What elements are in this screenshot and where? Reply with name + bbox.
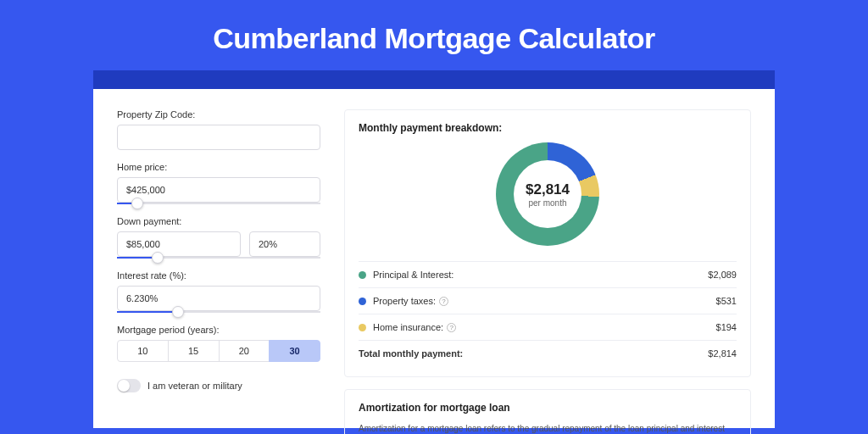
zip-input[interactable]	[117, 125, 320, 150]
donut-sub: per month	[528, 198, 566, 208]
breakdown-panel: Monthly payment breakdown: $2,814 per mo…	[344, 109, 751, 428]
down-payment-field: Down payment:	[117, 216, 320, 259]
zip-field: Property Zip Code:	[117, 109, 320, 150]
legend-property-taxes: Property taxes: ? $531	[359, 287, 737, 314]
home-price-field: Home price:	[117, 162, 320, 204]
amortization-card: Amortization for mortgage loan Amortizat…	[344, 389, 751, 434]
legend-principal-interest: Principal & Interest: $2,089	[359, 261, 737, 287]
interest-input[interactable]	[117, 286, 320, 311]
period-15-button[interactable]: 15	[168, 340, 220, 362]
legend-label: Principal & Interest:	[373, 270, 453, 280]
page-title: Cumberland Mortgage Calculator	[0, 0, 868, 70]
legend-value: $2,089	[708, 270, 737, 280]
legend-label: Property taxes:	[373, 296, 436, 306]
period-20-button[interactable]: 20	[219, 340, 270, 362]
period-30-button[interactable]: 30	[269, 340, 320, 362]
veteran-label: I am veteran or military	[147, 381, 242, 391]
legend-value: $194	[716, 322, 737, 332]
toggle-knob-icon	[118, 380, 130, 392]
home-price-slider[interactable]	[117, 203, 320, 204]
legend-total-label: Total monthly payment:	[359, 348, 463, 359]
legend-total-value: $2,814	[708, 348, 737, 359]
interest-label: Interest rate (%):	[117, 270, 320, 281]
period-field: Mortgage period (years): 10 15 20 30	[117, 325, 320, 362]
interest-field: Interest rate (%):	[117, 270, 320, 313]
hero-band: Property Zip Code: Home price: Down paym…	[93, 70, 775, 426]
donut-icon: $2,814 per month	[496, 142, 599, 246]
slider-thumb-icon[interactable]	[152, 252, 164, 264]
donut-chart: $2,814 per month	[359, 142, 737, 246]
dot-icon	[359, 271, 366, 279]
home-price-label: Home price:	[117, 162, 320, 172]
legend-label: Home insurance:	[373, 322, 443, 332]
legend-home-insurance: Home insurance: ? $194	[359, 314, 737, 340]
period-10-button[interactable]: 10	[117, 340, 169, 362]
donut-amount: $2,814	[526, 181, 570, 198]
amort-text: Amortization for a mortgage loan refers …	[359, 422, 737, 434]
home-price-input[interactable]	[117, 177, 320, 203]
down-payment-input[interactable]	[117, 231, 241, 257]
info-icon[interactable]: ?	[439, 297, 448, 306]
down-payment-slider[interactable]	[117, 257, 320, 259]
amort-title: Amortization for mortgage loan	[359, 402, 737, 414]
veteran-toggle[interactable]	[117, 379, 141, 392]
veteran-row: I am veteran or military	[117, 379, 320, 392]
dot-icon	[359, 298, 366, 305]
down-payment-label: Down payment:	[117, 216, 320, 226]
period-label: Mortgage period (years):	[117, 325, 320, 335]
legend-value: $531	[716, 296, 737, 306]
breakdown-card: Monthly payment breakdown: $2,814 per mo…	[344, 109, 751, 377]
dot-icon	[359, 324, 366, 331]
input-panel: Property Zip Code: Home price: Down paym…	[117, 109, 320, 428]
down-payment-pct-input[interactable]	[249, 231, 320, 257]
slider-thumb-icon[interactable]	[131, 198, 143, 209]
slider-thumb-icon[interactable]	[172, 306, 184, 318]
calculator-card: Property Zip Code: Home price: Down paym…	[93, 89, 775, 428]
period-options: 10 15 20 30	[117, 340, 320, 362]
breakdown-title: Monthly payment breakdown:	[359, 122, 737, 134]
info-icon[interactable]: ?	[447, 323, 456, 332]
interest-slider[interactable]	[117, 311, 320, 313]
legend-total: Total monthly payment: $2,814	[359, 340, 737, 366]
zip-label: Property Zip Code:	[117, 109, 320, 120]
